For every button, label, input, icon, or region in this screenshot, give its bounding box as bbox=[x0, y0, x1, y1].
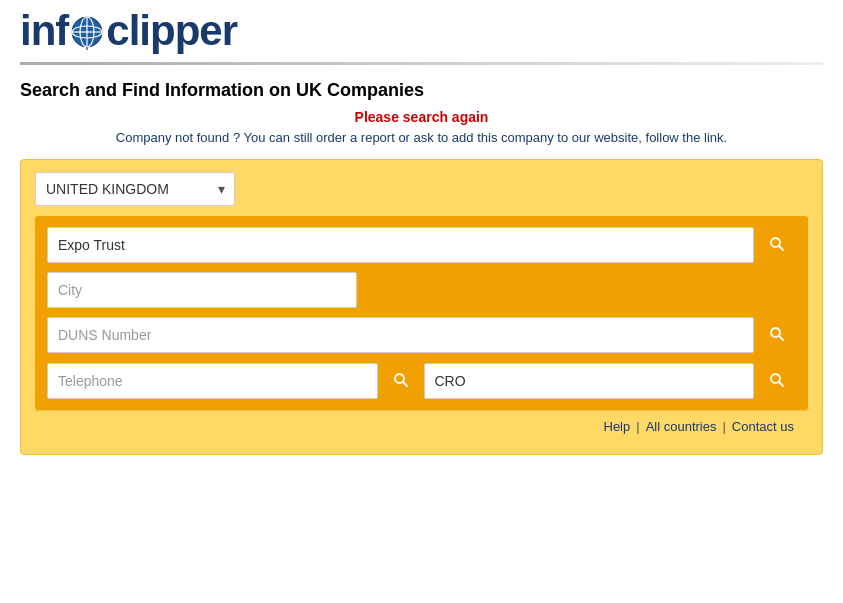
svg-line-12 bbox=[402, 381, 406, 385]
contact-link[interactable]: Contact us bbox=[732, 419, 794, 434]
search-container: UNITED KINGDOM FRANCE GERMANY SPAIN ITAL… bbox=[20, 159, 823, 455]
page-title: Search and Find Information on UK Compan… bbox=[20, 80, 823, 101]
logo-area: inf clipper bbox=[20, 10, 823, 54]
logo-inf: inf bbox=[20, 7, 68, 54]
telephone-cro-row bbox=[47, 362, 796, 400]
footer-bar: Help | All countries | Contact us bbox=[35, 410, 808, 442]
telephone-group bbox=[47, 362, 420, 400]
footer-sep-1: | bbox=[636, 419, 639, 434]
svg-line-14 bbox=[779, 381, 783, 385]
duns-row bbox=[47, 316, 796, 354]
search-icon bbox=[768, 235, 786, 256]
logo: inf clipper bbox=[20, 10, 237, 54]
country-row: UNITED KINGDOM FRANCE GERMANY SPAIN ITAL… bbox=[35, 172, 808, 206]
telephone-search-button[interactable] bbox=[382, 362, 420, 400]
info-message: Company not found ? You can still order … bbox=[20, 129, 823, 147]
logo-clipper: clipper bbox=[106, 7, 237, 54]
all-countries-link[interactable]: All countries bbox=[646, 419, 717, 434]
header: inf clipper bbox=[0, 0, 843, 65]
svg-line-10 bbox=[779, 335, 783, 339]
city-row bbox=[47, 272, 796, 308]
cro-search-button[interactable] bbox=[758, 362, 796, 400]
company-name-row bbox=[47, 226, 796, 264]
city-input[interactable] bbox=[47, 272, 357, 308]
svg-line-8 bbox=[779, 245, 783, 249]
dual-inputs bbox=[47, 362, 796, 400]
main-content: Search and Find Information on UK Compan… bbox=[0, 65, 843, 455]
footer-sep-2: | bbox=[722, 419, 725, 434]
globe-icon bbox=[69, 14, 105, 50]
error-message: Please search again bbox=[20, 109, 823, 125]
country-select[interactable]: UNITED KINGDOM FRANCE GERMANY SPAIN ITAL… bbox=[35, 172, 235, 206]
company-name-search-button[interactable] bbox=[758, 226, 796, 264]
search-icon bbox=[768, 371, 786, 392]
search-icon bbox=[392, 371, 410, 392]
search-icon bbox=[768, 325, 786, 346]
telephone-input[interactable] bbox=[47, 363, 378, 399]
cro-input[interactable] bbox=[424, 363, 755, 399]
country-select-wrapper[interactable]: UNITED KINGDOM FRANCE GERMANY SPAIN ITAL… bbox=[35, 172, 235, 206]
duns-search-button[interactable] bbox=[758, 316, 796, 354]
company-name-input[interactable] bbox=[47, 227, 754, 263]
cro-group bbox=[424, 362, 797, 400]
orange-search-section bbox=[35, 216, 808, 410]
help-link[interactable]: Help bbox=[604, 419, 631, 434]
duns-input[interactable] bbox=[47, 317, 754, 353]
